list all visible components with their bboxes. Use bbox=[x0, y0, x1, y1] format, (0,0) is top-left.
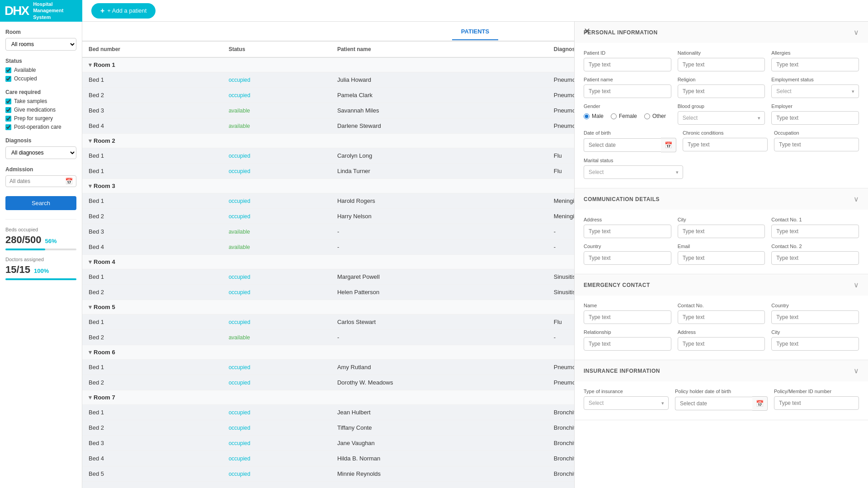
patient-name-cell: Pamela Clark bbox=[331, 88, 547, 103]
status-badge: occupied bbox=[229, 319, 250, 325]
col-status: Status bbox=[222, 42, 331, 57]
allergies-input[interactable] bbox=[771, 58, 859, 71]
contact2-label: Contact No. 2 bbox=[771, 244, 859, 249]
panel-close-button[interactable]: ✕ bbox=[584, 26, 590, 36]
emergency-name-group: Name bbox=[584, 303, 671, 324]
policy-id-input[interactable] bbox=[774, 396, 859, 410]
gender-radio-group: Male Female Other bbox=[584, 113, 671, 119]
status-cell: available bbox=[222, 239, 331, 255]
care-post-op[interactable]: Post-operation care bbox=[5, 124, 76, 130]
care-filter-section: Care required Take samples Give medicati… bbox=[5, 89, 76, 130]
emergency-header[interactable]: EMERGENCY CONTACT ∨ bbox=[575, 274, 868, 296]
emergency-grid-1: Name Contact No. Country bbox=[584, 303, 859, 324]
emergency-country-input[interactable] bbox=[771, 310, 859, 324]
care-prep-surgery[interactable]: Prep for surgery bbox=[5, 115, 76, 122]
emergency-address-label: Address bbox=[678, 329, 765, 335]
status-badge: occupied bbox=[229, 409, 250, 416]
status-occupied-checkbox[interactable] bbox=[5, 76, 11, 82]
status-badge: available bbox=[229, 123, 250, 129]
personal-info-header[interactable]: PERSONAL INFORMATION ∨ bbox=[575, 22, 868, 43]
gender-female[interactable]: Female bbox=[611, 113, 637, 119]
insurance-type-select[interactable]: Select bbox=[584, 396, 669, 410]
room-expand-icon: ▾ bbox=[89, 258, 92, 265]
city-input[interactable] bbox=[678, 225, 765, 238]
blood-group-group: Blood group Select bbox=[678, 103, 765, 125]
emergency-address-input[interactable] bbox=[678, 337, 765, 351]
contact2-input[interactable] bbox=[771, 251, 859, 265]
care-take-samples-label: Take samples bbox=[14, 98, 47, 104]
personal-info-body: Patient ID Nationality Allergies bbox=[575, 43, 868, 188]
gender-female-radio[interactable] bbox=[611, 113, 617, 119]
status-available-item[interactable]: Available bbox=[5, 67, 76, 73]
room-expand-icon: ▾ bbox=[89, 61, 92, 68]
dob-calendar-icon: 📅 bbox=[661, 138, 676, 152]
bed-number-cell: Bed 1 bbox=[82, 269, 222, 285]
city-group: City bbox=[678, 217, 765, 238]
status-occupied-item[interactable]: Occupied bbox=[5, 75, 76, 82]
admission-filter-section: Admission 📅 bbox=[5, 166, 76, 187]
gender-male[interactable]: Male bbox=[584, 113, 604, 119]
status-cell: available bbox=[222, 118, 331, 134]
chronic-conditions-input[interactable] bbox=[683, 138, 768, 151]
beds-bar bbox=[5, 249, 45, 250]
care-take-samples[interactable]: Take samples bbox=[5, 98, 76, 104]
care-take-samples-checkbox[interactable] bbox=[5, 99, 11, 104]
beds-occupied-percent: 56% bbox=[45, 238, 57, 244]
diagnosis-filter-select[interactable]: All diagnoses bbox=[5, 146, 76, 159]
right-panel: ✕ PERSONAL INFORMATION ∨ Patient ID Nati… bbox=[574, 22, 868, 488]
nationality-input[interactable] bbox=[678, 58, 765, 71]
employment-status-select[interactable]: Select bbox=[771, 84, 859, 98]
gender-other-radio[interactable] bbox=[644, 113, 650, 119]
beds-occupied-value: 280/500 bbox=[5, 234, 42, 246]
care-give-medications[interactable]: Give medications bbox=[5, 107, 76, 113]
personal-info-chevron: ∨ bbox=[854, 28, 859, 37]
status-cell: occupied bbox=[222, 148, 331, 164]
patient-name-input[interactable] bbox=[584, 84, 671, 98]
patient-name-cell: Jean Hulbert bbox=[331, 405, 547, 420]
status-available-checkbox[interactable] bbox=[5, 67, 11, 73]
col-bed-number: Bed number bbox=[82, 42, 222, 57]
status-available-label: Available bbox=[14, 67, 36, 73]
dob-input[interactable] bbox=[584, 138, 661, 152]
policy-dob-group: Policy holder date of birth 📅 bbox=[675, 389, 768, 411]
patient-id-input[interactable] bbox=[584, 58, 671, 71]
emergency-contact-input[interactable] bbox=[678, 310, 765, 324]
emergency-contact-group: Contact No. bbox=[678, 303, 765, 324]
marital-status-select[interactable]: Select bbox=[584, 165, 683, 179]
search-button[interactable]: Search bbox=[5, 196, 76, 210]
country-input[interactable] bbox=[584, 251, 671, 265]
religion-label: Religion bbox=[678, 77, 765, 82]
room-filter-section: Room All rooms bbox=[5, 29, 76, 51]
address-input[interactable] bbox=[584, 225, 671, 238]
emergency-name-label: Name bbox=[584, 303, 671, 308]
bed-number-cell: Bed 1 bbox=[82, 314, 222, 330]
insurance-header[interactable]: INSURANCE INFORMATION ∨ bbox=[575, 360, 868, 381]
status-cell: occupied bbox=[222, 209, 331, 224]
religion-input[interactable] bbox=[678, 84, 765, 98]
care-prep-surgery-checkbox[interactable] bbox=[5, 116, 11, 122]
insurance-body: Type of insurance Select Policy holder d… bbox=[575, 381, 868, 420]
care-give-medications-checkbox[interactable] bbox=[5, 107, 11, 113]
room-filter-select[interactable]: All rooms bbox=[5, 38, 76, 51]
care-post-op-checkbox[interactable] bbox=[5, 124, 11, 130]
blood-group-select[interactable]: Select bbox=[678, 111, 765, 125]
emergency-name-input[interactable] bbox=[584, 310, 671, 324]
contact1-input[interactable] bbox=[771, 225, 859, 238]
emergency-city-input[interactable] bbox=[771, 337, 859, 351]
gender-male-radio[interactable] bbox=[584, 113, 590, 119]
email-input[interactable] bbox=[678, 251, 765, 265]
emergency-relationship-input[interactable] bbox=[584, 337, 671, 351]
add-patient-button[interactable]: + Add a patient bbox=[91, 3, 156, 19]
status-occupied-label: Occupied bbox=[14, 75, 37, 82]
gender-other[interactable]: Other bbox=[644, 113, 666, 119]
tab-patients[interactable]: PATIENTS bbox=[452, 23, 498, 40]
employer-input[interactable] bbox=[771, 111, 859, 125]
bed-number-cell: Bed 3 bbox=[82, 436, 222, 451]
communication-header[interactable]: COMMUNICATION DETAILS ∨ bbox=[575, 188, 868, 210]
status-cell: occupied bbox=[222, 466, 331, 482]
policy-dob-input[interactable] bbox=[675, 397, 752, 410]
marital-status-label: Marital status bbox=[584, 158, 683, 163]
communication-section: COMMUNICATION DETAILS ∨ Address City bbox=[575, 188, 868, 274]
employment-status-select-wrapper: Select bbox=[771, 84, 859, 98]
occupation-input[interactable] bbox=[774, 138, 859, 151]
